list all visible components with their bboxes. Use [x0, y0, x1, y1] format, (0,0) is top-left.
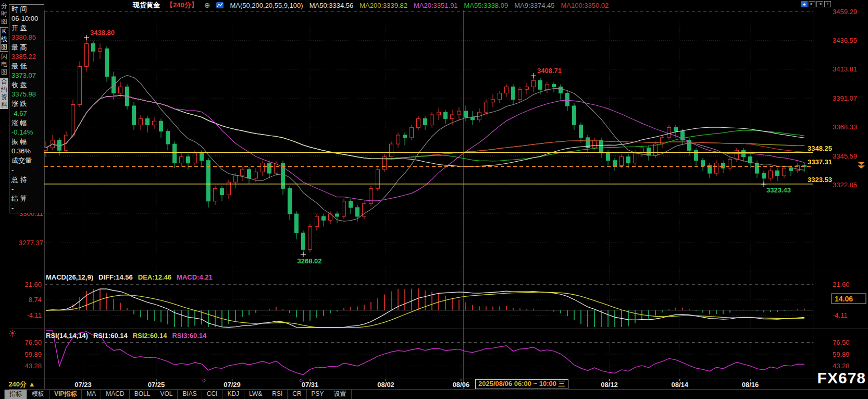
info-value: -0.14% — [9, 128, 44, 137]
svg-text:08/12: 08/12 — [601, 381, 618, 389]
svg-text:21.60: 21.60 — [833, 281, 850, 288]
ma-value-ma200: MA200:3339.82 — [359, 2, 407, 9]
rsi-title: RSI(14,14,14) — [46, 332, 88, 340]
toolbar-tab-CR[interactable]: CR — [288, 390, 306, 399]
svg-text:3436.55: 3436.55 — [833, 37, 857, 44]
svg-text:21.60: 21.60 — [24, 281, 42, 288]
svg-text:3459.29: 3459.29 — [833, 8, 857, 16]
info-label: 开 盘 — [9, 23, 44, 33]
rsi-value-2: RSI2:60.14 — [133, 332, 167, 340]
toolbar-tab-PSY[interactable]: PSY — [307, 390, 329, 399]
info-value: 06-10:00 — [9, 14, 44, 23]
ma-settings-label: MA(50,200,20,55,9,100) — [230, 2, 303, 9]
svg-text:-4.11: -4.11 — [27, 311, 42, 319]
svg-text:76.50: 76.50 — [833, 338, 850, 346]
info-label: 收 盘 — [9, 80, 44, 90]
svg-text:3408.71: 3408.71 — [537, 67, 562, 75]
info-value: 0.36% — [9, 147, 44, 156]
macd-dea-value: DEA:12.46 — [138, 273, 171, 281]
svg-text:3391.07: 3391.07 — [833, 94, 857, 102]
info-label: 振 幅 — [9, 137, 44, 147]
instrument-title: 现货黄金 — [133, 1, 160, 10]
svg-text:07/23: 07/23 — [75, 381, 92, 389]
sidebar-tab-闪电图[interactable]: 闪电图 — [0, 53, 8, 76]
svg-text:8.74: 8.74 — [29, 296, 42, 304]
toolbar-tab-模板[interactable]: 模板 — [27, 390, 49, 399]
info-label: 最 低 — [9, 62, 44, 71]
price-annotations: 3438.803408.713268.023323.43 — [84, 29, 791, 265]
scale-vertical-icon[interactable]: ↕ — [824, 1, 831, 7]
add-indicator-icon[interactable]: ⊕ — [204, 1, 210, 9]
ma-values-legend: MA50:3334.56MA200:3339.82MA20:3351.91MA5… — [309, 2, 609, 9]
svg-text:3323.53: 3323.53 — [808, 176, 832, 184]
rsi-values: RSI1:60.14RSI2:60.14RSI3:60.14 — [93, 332, 206, 340]
date-axis: 07/2307/2507/2907/3108/0208/0608/1208/14… — [75, 379, 759, 389]
rsi-legend: RSI(14,14,14) RSI1:60.14RSI2:60.14RSI3:6… — [46, 332, 206, 340]
toolbar-grip — [0, 390, 5, 399]
line-anchor-diamond — [202, 379, 205, 382]
line-chart-icon[interactable] — [216, 2, 224, 8]
toolbar-tab-RSI[interactable]: RSI — [267, 390, 288, 399]
scale-left-icon[interactable]: ⇤ — [809, 1, 815, 7]
crosshair-time-tooltip: 2025/08/06 06:00 ~ 10:00 三 — [475, 379, 568, 389]
svg-text:3413.81: 3413.81 — [833, 65, 857, 73]
svg-text:59.89: 59.89 — [833, 350, 850, 358]
svg-text:76.50: 76.50 — [24, 338, 42, 346]
macd-legend: MACD(26,12,9) DIFF:14.56 DEA:12.46 MACD:… — [46, 273, 213, 281]
period-selector[interactable]: 240分 ▲ — [0, 379, 44, 389]
info-value: 3380.85 — [9, 33, 44, 42]
info-label: 结 算 — [9, 194, 44, 203]
info-value: 3373.07 — [9, 71, 44, 80]
info-label: 成交量 — [9, 156, 44, 165]
alert-icon[interactable] — [9, 330, 16, 337]
sidebar-tab-K线图[interactable]: K线图 — [0, 27, 8, 52]
chart-window-icons: +⇤⇥↕ — [801, 1, 831, 7]
info-label: 总 持 — [9, 175, 44, 185]
svg-text:3268.02: 3268.02 — [297, 257, 322, 265]
watermark: FX678 — [817, 369, 866, 387]
ma-value-ma20: MA20:3351.91 — [414, 2, 458, 9]
quote-info-panel: 时 间06-10:00开 盘3380.85最 高3385.22最 低3373.0… — [9, 4, 44, 213]
svg-text:14.06: 14.06 — [835, 295, 853, 303]
info-label: 涨 幅 — [9, 118, 44, 128]
toolbar-tab-MACD[interactable]: MACD — [101, 390, 129, 399]
toolbar-tab-指标[interactable]: 指标 — [5, 390, 27, 399]
move-crosshair-icon[interactable]: + — [801, 1, 808, 7]
rsi-value-1: RSI1:60.14 — [93, 332, 128, 340]
toolbar-tab-MA[interactable]: MA — [82, 390, 101, 399]
info-value: - — [9, 203, 44, 213]
toolbar-tab-VOL[interactable]: VOL — [155, 390, 178, 399]
macd-title: MACD(26,12,9) — [46, 273, 93, 281]
period-badge[interactable]: 【240分】 — [166, 1, 198, 10]
svg-text:3277.37: 3277.37 — [19, 239, 43, 247]
toolbar-tab-BIAS[interactable]: BIAS — [178, 390, 202, 399]
svg-text:3345.59: 3345.59 — [833, 152, 857, 160]
toolbar-tab-设置[interactable]: 设置 — [329, 390, 352, 399]
scale-right-icon[interactable]: ⇥ — [816, 1, 823, 7]
rsi-value-3: RSI3:60.14 — [172, 332, 206, 340]
macd-panel — [46, 288, 804, 328]
svg-text:08/06: 08/06 — [453, 381, 470, 389]
macd-current-value-box: 14.06 — [832, 294, 866, 304]
candlestick-series — [44, 38, 807, 255]
toolbar-tab-KDJ[interactable]: KDJ — [222, 390, 244, 399]
period-selector-label: 240分 — [8, 380, 27, 388]
info-value: -4.67 — [9, 109, 44, 118]
svg-text:08/02: 08/02 — [377, 381, 394, 389]
ma-value-ma55: MA55:3338.09 — [464, 2, 509, 9]
toolbar-tab-VIP指标[interactable]: VIP指标 — [49, 390, 82, 399]
svg-text:08/16: 08/16 — [742, 381, 759, 389]
sidebar-tab-分时图[interactable]: 分时图 — [0, 2, 8, 26]
svg-text:3337.31: 3337.31 — [808, 158, 832, 166]
info-label: 时 间 — [9, 5, 44, 14]
toolbar-tab-BOLL[interactable]: BOLL — [130, 390, 156, 399]
svg-text:3368.33: 3368.33 — [833, 123, 857, 131]
toolbar-tab-LW&[interactable]: LW& — [244, 390, 267, 399]
macd-hist-value: MACD:4.21 — [177, 273, 213, 281]
svg-text:3438.80: 3438.80 — [90, 29, 115, 37]
gridlines: 3459.293436.553413.813391.073368.333345.… — [19, 8, 857, 379]
svg-text:43.28: 43.28 — [24, 362, 42, 370]
toolbar-tab-CCI[interactable]: CCI — [202, 390, 223, 399]
sidebar-tab-合约资料[interactable]: 合约资料 — [0, 78, 8, 109]
info-value: 3385.22 — [9, 52, 44, 62]
